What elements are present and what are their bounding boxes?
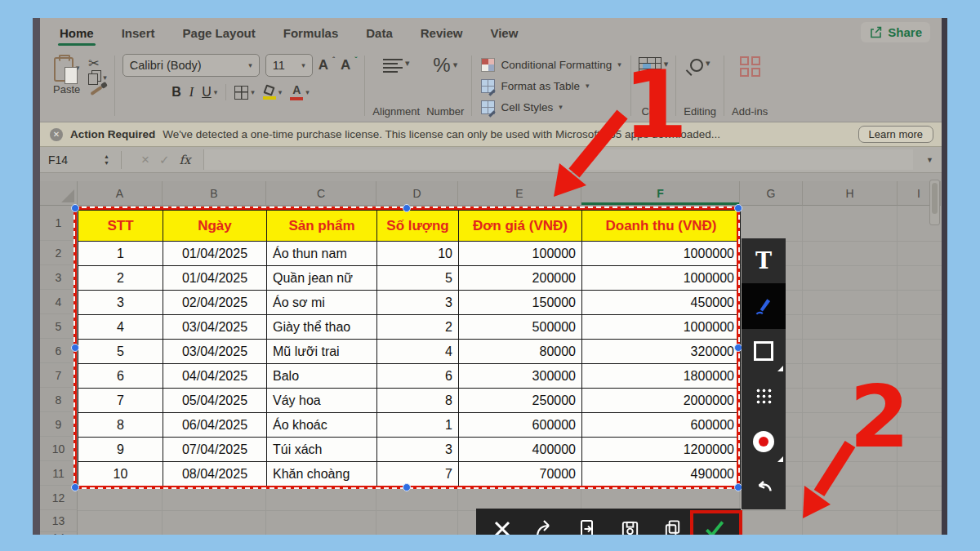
table-cell[interactable]: 10 bbox=[377, 242, 459, 266]
table-cell[interactable]: 250000 bbox=[459, 389, 582, 413]
confirm-capture-button[interactable] bbox=[700, 513, 729, 535]
italic-button[interactable]: I bbox=[189, 85, 194, 100]
row-header-3[interactable]: 3 bbox=[40, 265, 78, 290]
formula-input[interactable] bbox=[203, 149, 913, 170]
name-box-stepper[interactable]: ▲▼ bbox=[104, 153, 109, 166]
tab-insert[interactable]: Insert bbox=[122, 26, 155, 40]
share-button[interactable]: Share bbox=[861, 22, 930, 42]
table-cell[interactable]: 1000000 bbox=[582, 242, 741, 266]
record-tool-button[interactable] bbox=[742, 419, 786, 464]
export-capture-button[interactable] bbox=[572, 513, 602, 535]
vertical-scrollbar[interactable] bbox=[929, 180, 940, 225]
row-header-1[interactable]: 1 bbox=[40, 206, 78, 241]
table-cell[interactable]: Khăn choàng bbox=[267, 462, 377, 487]
table-cell[interactable]: 8 bbox=[377, 389, 459, 413]
tab-formulas[interactable]: Formulas bbox=[283, 26, 339, 40]
insert-function-icon[interactable]: fx bbox=[179, 153, 190, 167]
row-header-8[interactable]: 8 bbox=[40, 388, 78, 412]
table-cell[interactable]: 5 bbox=[78, 340, 163, 364]
table-cell[interactable]: 05/04/2025 bbox=[163, 389, 267, 413]
underline-button[interactable]: U▾ bbox=[202, 85, 217, 100]
column-header-A[interactable]: A bbox=[78, 181, 163, 206]
font-size-select[interactable]: 11▾ bbox=[265, 54, 313, 77]
table-header-cell[interactable]: Doanh thu (VNĐ) bbox=[582, 211, 741, 242]
table-cell[interactable]: 6 bbox=[78, 364, 163, 389]
table-cell[interactable]: 200000 bbox=[459, 266, 582, 291]
table-cell[interactable]: 1000000 bbox=[582, 266, 741, 291]
share-capture-button[interactable] bbox=[530, 513, 559, 535]
column-header-F[interactable]: F bbox=[581, 181, 740, 206]
tab-page-layout[interactable]: Page Layout bbox=[183, 26, 256, 40]
table-cell[interactable]: 3 bbox=[78, 291, 163, 315]
cells-group[interactable]: ▾ Cells bbox=[635, 52, 672, 119]
table-cell[interactable]: 06/04/2025 bbox=[163, 413, 267, 438]
table-cell[interactable]: Váy hoa bbox=[267, 389, 377, 413]
table-cell[interactable]: 4 bbox=[78, 315, 163, 340]
copy-capture-button[interactable] bbox=[657, 513, 687, 535]
column-header-D[interactable]: D bbox=[376, 181, 458, 206]
font-name-select[interactable]: Calibri (Body)▾ bbox=[122, 54, 260, 77]
pen-tool-button[interactable] bbox=[742, 283, 786, 328]
table-cell[interactable]: Giày thể thao bbox=[267, 315, 377, 340]
table-cell[interactable]: 600000 bbox=[582, 413, 741, 438]
table-cell[interactable]: 1000000 bbox=[582, 315, 741, 340]
table-header-cell[interactable]: Đơn giá (VNĐ) bbox=[459, 211, 582, 242]
table-cell[interactable]: 80000 bbox=[459, 340, 582, 364]
table-cell[interactable]: 9 bbox=[78, 438, 163, 462]
editing-group[interactable]: ▾ Editing bbox=[680, 52, 719, 119]
table-cell[interactable]: 3 bbox=[377, 291, 459, 315]
cut-icon[interactable]: ✂ bbox=[88, 57, 107, 70]
table-cell[interactable]: 4 bbox=[377, 340, 459, 364]
paste-button[interactable]: ▾ Paste bbox=[53, 54, 80, 96]
table-cell[interactable]: Túi xách bbox=[267, 438, 377, 462]
table-header-cell[interactable]: Sản phẩm bbox=[267, 211, 377, 242]
undo-button[interactable] bbox=[742, 464, 786, 509]
table-cell[interactable]: 2 bbox=[78, 266, 163, 291]
font-color-button[interactable]: A▾ bbox=[290, 84, 310, 100]
table-cell[interactable]: 01/04/2025 bbox=[163, 242, 267, 266]
table-cell[interactable]: 100000 bbox=[459, 242, 582, 266]
table-cell[interactable]: Áo khoác bbox=[267, 413, 377, 438]
table-cell[interactable]: 1 bbox=[377, 413, 459, 438]
row-header-6[interactable]: 6 bbox=[40, 339, 78, 363]
row-header-11[interactable]: 11 bbox=[40, 461, 78, 486]
row-header-13[interactable]: 13 bbox=[40, 510, 78, 532]
row-header-9[interactable]: 9 bbox=[40, 412, 78, 437]
table-cell[interactable]: 03/04/2025 bbox=[163, 340, 267, 364]
table-cell[interactable]: 2 bbox=[377, 315, 459, 340]
table-cell[interactable]: Balo bbox=[267, 364, 377, 389]
learn-more-button[interactable]: Learn more bbox=[858, 126, 933, 143]
table-cell[interactable]: 500000 bbox=[459, 315, 582, 340]
table-cell[interactable]: Áo thun nam bbox=[267, 242, 377, 266]
row-header-2[interactable]: 2 bbox=[40, 241, 78, 265]
row-header-10[interactable]: 10 bbox=[40, 437, 78, 461]
formula-bar-expand-icon[interactable]: ▼ bbox=[918, 156, 942, 164]
table-cell[interactable]: Quần jean nữ bbox=[267, 266, 377, 291]
table-cell[interactable]: 7 bbox=[377, 462, 459, 487]
table-cell[interactable]: 5 bbox=[377, 266, 459, 291]
column-header-H[interactable]: H bbox=[803, 181, 898, 206]
conditional-formatting-button[interactable]: Conditional Formatting▾ bbox=[481, 58, 621, 72]
table-cell[interactable]: 04/04/2025 bbox=[163, 364, 267, 389]
alignment-group[interactable]: ▾ Alignment bbox=[369, 52, 423, 119]
column-header-E[interactable]: E bbox=[458, 181, 581, 206]
table-cell[interactable]: 400000 bbox=[459, 438, 582, 462]
table-cell[interactable]: 03/04/2025 bbox=[163, 315, 267, 340]
table-cell[interactable]: 3 bbox=[377, 438, 459, 462]
grow-font-button[interactable]: Aˆ bbox=[318, 57, 335, 73]
table-cell[interactable]: Mũ lưỡi trai bbox=[267, 340, 377, 364]
mosaic-tool-button[interactable] bbox=[742, 374, 786, 419]
table-header-cell[interactable]: Ngày bbox=[163, 211, 267, 242]
table-cell[interactable]: 450000 bbox=[582, 291, 741, 315]
table-cell[interactable]: 1200000 bbox=[582, 438, 741, 462]
table-cell[interactable]: 01/04/2025 bbox=[163, 266, 267, 291]
table-cell[interactable]: 10 bbox=[78, 462, 163, 487]
shrink-font-button[interactable]: Aˇ bbox=[341, 57, 357, 73]
table-cell[interactable]: 2000000 bbox=[582, 389, 741, 413]
table-cell[interactable]: 490000 bbox=[582, 462, 741, 487]
cancel-capture-button[interactable] bbox=[488, 513, 517, 535]
borders-button[interactable]: ▾ bbox=[234, 86, 255, 100]
name-box[interactable]: F14 bbox=[40, 153, 104, 167]
tab-view[interactable]: View bbox=[490, 26, 518, 40]
row-header-12[interactable]: 12 bbox=[40, 486, 78, 510]
